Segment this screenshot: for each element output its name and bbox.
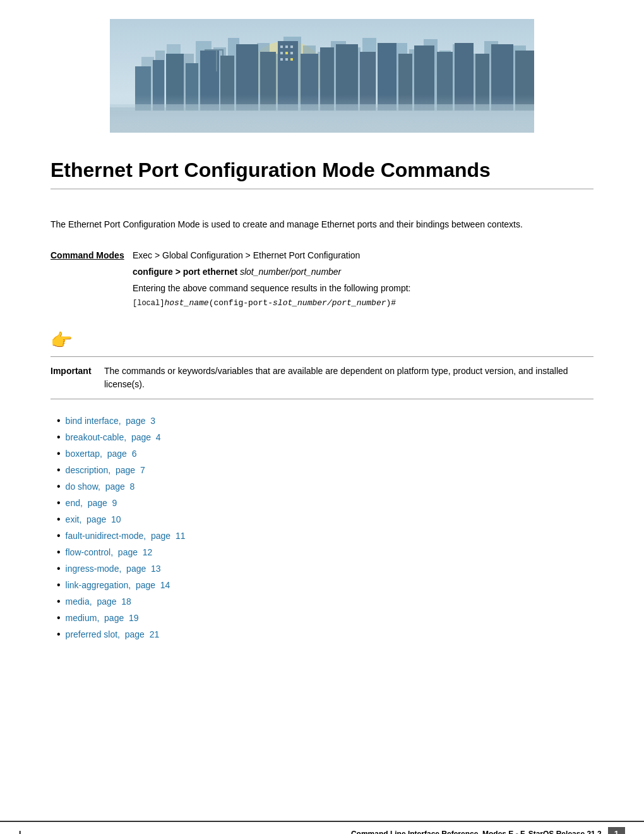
command-modes-label: Command Modes <box>51 250 133 317</box>
list-item: flow-control, page 12 <box>57 547 593 558</box>
main-title-section: Ethernet Port Configuration Mode Command… <box>0 133 644 218</box>
svg-rect-60 <box>437 52 453 111</box>
svg-rect-50 <box>280 58 283 61</box>
svg-rect-43 <box>278 41 298 111</box>
title-divider <box>51 188 593 190</box>
hostname-part: host_name <box>164 298 208 308</box>
footer-right-text: Command Line Interface Reference, Modes … <box>351 830 602 835</box>
do-show-link[interactable]: do show, page 8 <box>66 481 135 492</box>
svg-rect-38 <box>205 49 224 51</box>
svg-rect-44 <box>280 45 283 48</box>
svg-rect-42 <box>260 52 276 111</box>
flow-control-link[interactable]: flow-control, page 12 <box>66 547 153 557</box>
svg-rect-37 <box>216 49 217 71</box>
exit-link[interactable]: exit, page 10 <box>66 514 121 524</box>
list-item: medium, page 19 <box>57 612 593 624</box>
svg-rect-41 <box>236 44 258 111</box>
fault-unidirect-link[interactable]: fault-unidirect-mode, page 11 <box>66 531 186 541</box>
svg-rect-65 <box>110 104 534 111</box>
svg-rect-40 <box>220 56 234 111</box>
finger-icon: 👉 <box>51 330 73 351</box>
list-item: boxertap, page 6 <box>57 448 593 459</box>
svg-rect-51 <box>285 58 288 61</box>
list-item: media, page 18 <box>57 596 593 607</box>
svg-rect-57 <box>378 43 397 111</box>
page-number: 1 <box>608 827 625 834</box>
ingress-mode-link[interactable]: ingress-mode, page 13 <box>66 564 161 574</box>
content-area: The Ethernet Port Configuration Mode is … <box>0 218 644 640</box>
svg-rect-62 <box>475 54 489 111</box>
list-item: fault-unidirect-mode, page 11 <box>57 530 593 541</box>
svg-rect-53 <box>301 54 318 111</box>
intro-text: The Ethernet Port Configuration Mode is … <box>51 218 593 231</box>
command-modes-section: Command Modes Exec > Global Configuratio… <box>51 250 593 317</box>
exec-path: Exec > Global Configuration > Ethernet P… <box>133 250 593 260</box>
breakout-cable-link[interactable]: breakout-cable, page 4 <box>66 432 161 442</box>
important-label: Important <box>51 365 95 376</box>
list-item: exit, page 10 <box>57 514 593 525</box>
finger-row: 👉 <box>51 330 593 354</box>
prompt-line: [local]host_name(config-port-slot_number… <box>133 298 593 308</box>
medium-link[interactable]: medium, page 19 <box>66 613 139 623</box>
configure-cmd: configure > port ethernet slot_number/po… <box>133 267 593 277</box>
svg-rect-55 <box>336 44 358 111</box>
svg-rect-2 <box>110 107 534 133</box>
cityscape-svg <box>110 19 534 133</box>
bind-interface-link[interactable]: bind interface, page 3 <box>66 416 155 426</box>
footer-left-text: I <box>19 830 21 835</box>
important-section: 👉 Important The commands or keywords/var… <box>51 330 593 399</box>
important-box: Important The commands or keywords/varia… <box>51 356 593 399</box>
command-modes-content: Exec > Global Configuration > Ethernet P… <box>133 250 593 317</box>
svg-rect-48 <box>285 52 288 54</box>
svg-rect-32 <box>135 66 151 111</box>
svg-rect-64 <box>515 51 534 111</box>
svg-rect-33 <box>153 60 164 111</box>
list-item: breakout-cable, page 4 <box>57 432 593 443</box>
list-item: description, page 7 <box>57 464 593 476</box>
boxertap-link[interactable]: boxertap, page 6 <box>66 449 137 459</box>
list-item: link-aggregation, page 14 <box>57 579 593 591</box>
end-link[interactable]: end, page 9 <box>66 498 117 508</box>
prompt-bracket: [local] <box>133 299 164 308</box>
svg-rect-52 <box>290 58 293 61</box>
footer-right: Command Line Interface Reference, Modes … <box>351 827 625 834</box>
svg-rect-61 <box>455 43 474 111</box>
list-item: bind interface, page 3 <box>57 415 593 426</box>
svg-rect-58 <box>398 54 412 111</box>
footer: I Command Line Interface Reference, Mode… <box>0 821 644 834</box>
svg-rect-34 <box>166 54 184 111</box>
svg-rect-49 <box>290 52 293 54</box>
page-title: Ethernet Port Configuration Mode Command… <box>51 158 593 182</box>
links-list: bind interface, page 3 breakout-cable, p… <box>51 415 593 640</box>
list-item: do show, page 8 <box>57 481 593 492</box>
svg-rect-56 <box>360 52 376 111</box>
link-aggregation-link[interactable]: link-aggregation, page 14 <box>66 580 170 590</box>
svg-rect-35 <box>186 63 198 111</box>
configure-cmd-bold: configure > port ethernet <box>133 267 237 277</box>
list-item: ingress-mode, page 13 <box>57 563 593 574</box>
list-item: end, page 9 <box>57 497 593 509</box>
header-image <box>110 19 534 133</box>
important-row: Important The commands or keywords/varia… <box>51 365 593 391</box>
svg-rect-45 <box>285 45 288 48</box>
svg-rect-54 <box>320 47 334 111</box>
svg-rect-59 <box>414 45 434 111</box>
list-item: preferred slot, page 21 <box>57 629 593 640</box>
preferred-slot-link[interactable]: preferred slot, page 21 <box>66 629 160 639</box>
slot-part: slot_number/port_number <box>273 298 386 308</box>
media-link[interactable]: media, page 18 <box>66 596 131 607</box>
configure-cmd-italic: slot_number/port_number <box>237 267 341 277</box>
page-wrapper: Ethernet Port Configuration Mode Command… <box>0 19 644 834</box>
entering-text: Entering the above command sequence resu… <box>133 283 593 293</box>
description-link[interactable]: description, page 7 <box>66 465 145 475</box>
svg-rect-47 <box>280 52 283 54</box>
svg-rect-46 <box>290 45 293 48</box>
svg-rect-63 <box>491 44 513 111</box>
important-text: The commands or keywords/variables that … <box>104 365 593 391</box>
